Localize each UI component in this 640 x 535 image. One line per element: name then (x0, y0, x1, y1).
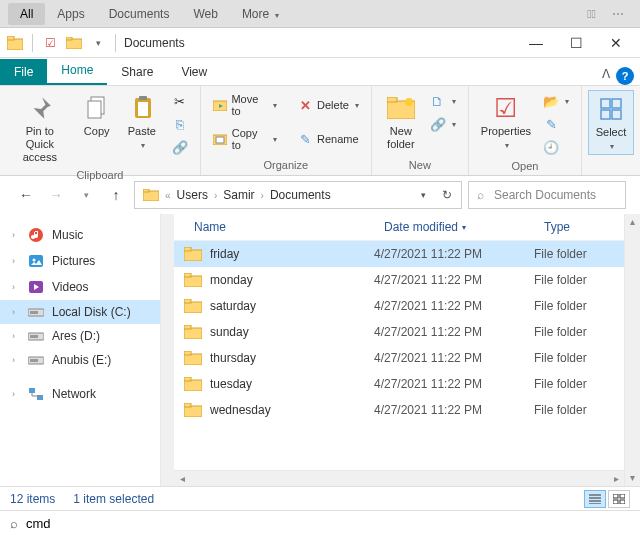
address-bar[interactable]: « Users › Samir › Documents ▾ ↻ (134, 181, 462, 209)
tab-home[interactable]: Home (47, 57, 107, 85)
scroll-left-icon[interactable]: ◂ (174, 473, 190, 484)
chevron-right-icon[interactable]: › (259, 190, 266, 201)
svg-rect-3 (66, 37, 72, 40)
properties-button[interactable]: ☑ Properties▾ (475, 90, 537, 153)
tab-all[interactable]: All (8, 3, 45, 25)
vertical-scrollbar[interactable]: ▴ ▾ (624, 214, 640, 486)
chevron-down-icon: ▾ (141, 141, 145, 150)
delete-button[interactable]: ✕Delete▾ (293, 94, 363, 116)
more-icon[interactable]: ⋯ (604, 3, 632, 25)
edit-button[interactable]: ✎ (539, 113, 573, 135)
chevron-right-icon[interactable]: › (12, 307, 22, 317)
copy-button[interactable]: Copy (74, 90, 120, 140)
copy-to-button[interactable]: Copy to▾ (209, 128, 281, 150)
table-row[interactable]: thursday4/27/2021 11:22 PMFile folder (174, 345, 624, 371)
sidebar-item[interactable]: ›Anubis (E:) (0, 348, 160, 372)
videos-icon (28, 279, 46, 295)
thumbnails-view-button[interactable] (608, 490, 630, 508)
tab-documents[interactable]: Documents (97, 3, 182, 25)
col-name[interactable]: Name (194, 220, 384, 234)
sidebar-item[interactable]: ›Local Disk (C:) (0, 300, 160, 324)
tab-file[interactable]: File (0, 59, 47, 85)
refresh-button[interactable]: ↻ (435, 188, 459, 202)
paste-shortcut-button[interactable]: 🔗 (168, 136, 192, 158)
sidebar-item-label: Anubis (E:) (52, 353, 111, 367)
qat-properties-icon[interactable]: ☑ (39, 32, 61, 54)
qat-folder-icon[interactable] (63, 32, 85, 54)
history-button[interactable]: 🕘 (539, 136, 573, 158)
copy-path-button[interactable]: ⎘ (168, 113, 192, 135)
file-type: File folder (534, 351, 624, 365)
details-view-button[interactable] (584, 490, 606, 508)
sidebar-item[interactable]: ›Videos (0, 274, 160, 300)
tab-apps[interactable]: Apps (45, 3, 96, 25)
collapse-ribbon-icon[interactable]: ᐱ (596, 63, 616, 85)
svg-rect-37 (184, 302, 202, 313)
tab-view[interactable]: View (167, 59, 221, 85)
breadcrumb-seg[interactable]: Users (173, 188, 212, 202)
sidebar-item[interactable]: ›Pictures (0, 248, 160, 274)
file-name: saturday (210, 299, 374, 313)
chevron-left-icon[interactable]: « (163, 190, 173, 201)
breadcrumb-seg[interactable]: Documents (266, 188, 335, 202)
feedback-icon[interactable]: ☐⃕ (579, 3, 604, 25)
qat-dropdown-icon[interactable]: ▾ (87, 32, 109, 54)
chevron-right-icon[interactable]: › (12, 230, 22, 240)
paste-icon (133, 92, 153, 124)
table-row[interactable]: wednesday4/27/2021 11:22 PMFile folder (174, 397, 624, 423)
chevron-right-icon[interactable]: › (12, 355, 22, 365)
explorer-icon[interactable] (4, 32, 26, 54)
close-button[interactable]: ✕ (596, 29, 636, 57)
sidebar-item[interactable]: ›Music (0, 222, 160, 248)
col-date[interactable]: Date modified▾ (384, 220, 544, 234)
rename-button[interactable]: ✎Rename (293, 128, 363, 150)
svg-point-23 (33, 259, 36, 262)
sidebar-item-network[interactable]: ›Network (0, 382, 160, 406)
sidebar-item[interactable]: ›Ares (D:) (0, 324, 160, 348)
recent-dropdown[interactable]: ▾ (74, 183, 98, 207)
search-box[interactable]: ⌕ Search Documents (468, 181, 626, 209)
easy-access-button[interactable]: 🔗▾ (426, 113, 460, 135)
chevron-right-icon[interactable]: › (12, 331, 22, 341)
chevron-right-icon[interactable]: › (212, 190, 219, 201)
svg-rect-33 (184, 250, 202, 261)
file-list[interactable]: friday4/27/2021 11:22 PMFile foldermonda… (174, 241, 624, 470)
table-row[interactable]: sunday4/27/2021 11:22 PMFile folder (174, 319, 624, 345)
cut-button[interactable]: ✂ (168, 90, 192, 112)
paste-button[interactable]: Paste ▾ (120, 90, 166, 153)
scroll-down-icon[interactable]: ▾ (625, 470, 640, 486)
select-button[interactable]: Select▾ (588, 90, 634, 155)
help-icon[interactable]: ? (616, 67, 634, 85)
minimize-button[interactable]: ― (516, 29, 556, 57)
scroll-right-icon[interactable]: ▸ (608, 473, 624, 484)
new-folder-button[interactable]: New folder (378, 90, 424, 153)
selection-count: 1 item selected (73, 492, 154, 506)
open-button[interactable]: 📂▾ (539, 90, 573, 112)
chevron-right-icon[interactable]: › (12, 256, 22, 266)
address-dropdown[interactable]: ▾ (411, 190, 435, 200)
move-to-button[interactable]: Move to▾ (209, 94, 281, 116)
scroll-up-icon[interactable]: ▴ (625, 214, 640, 230)
table-row[interactable]: friday4/27/2021 11:22 PMFile folder (174, 241, 624, 267)
sidebar-scrollbar[interactable] (160, 214, 174, 486)
back-button[interactable]: ← (14, 183, 38, 207)
tab-web[interactable]: Web (181, 3, 229, 25)
pin-to-quick-access-button[interactable]: Pin to Quick access (6, 90, 74, 167)
run-input[interactable] (26, 516, 630, 531)
forward-button[interactable]: → (44, 183, 68, 207)
chevron-right-icon[interactable]: › (12, 389, 22, 399)
svg-point-14 (405, 98, 413, 106)
tab-more[interactable]: More ▾ (230, 3, 291, 25)
table-row[interactable]: tuesday4/27/2021 11:22 PMFile folder (174, 371, 624, 397)
chevron-right-icon[interactable]: › (12, 282, 22, 292)
new-item-button[interactable]: 🗋▾ (426, 90, 460, 112)
col-type[interactable]: Type (544, 220, 624, 234)
horizontal-scrollbar[interactable]: ◂ ▸ (174, 470, 624, 486)
tab-share[interactable]: Share (107, 59, 167, 85)
table-row[interactable]: saturday4/27/2021 11:22 PMFile folder (174, 293, 624, 319)
table-row[interactable]: monday4/27/2021 11:22 PMFile folder (174, 267, 624, 293)
breadcrumb-seg[interactable]: Samir (219, 188, 258, 202)
up-button[interactable]: ↑ (104, 183, 128, 207)
maximize-button[interactable]: ☐ (556, 29, 596, 57)
file-date: 4/27/2021 11:22 PM (374, 299, 534, 313)
